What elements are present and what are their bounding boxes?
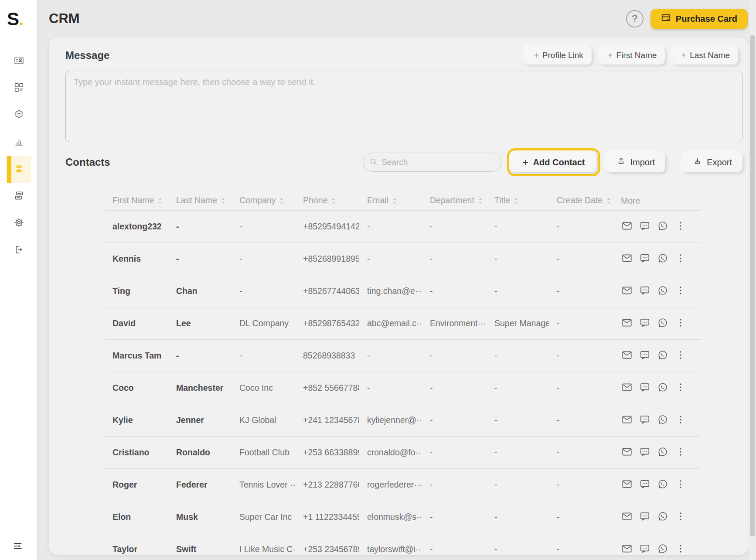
more-kebab-button[interactable] [674, 220, 687, 232]
add-contact-button[interactable]: + Add Contact [511, 152, 596, 172]
send-email-button[interactable] [621, 414, 633, 426]
more-kebab-button[interactable] [674, 349, 687, 362]
column-header-create-date[interactable]: Create Date [549, 192, 613, 210]
search-input[interactable] [381, 157, 495, 167]
whatsapp-icon [657, 452, 668, 459]
whatsapp-button[interactable] [657, 414, 669, 426]
vertical-scrollbar[interactable] [749, 0, 756, 560]
search-box[interactable] [363, 153, 501, 172]
help-button[interactable]: ? [626, 10, 644, 27]
column-header-department[interactable]: Department [422, 192, 487, 210]
more-kebab-icon [675, 259, 686, 265]
sort-icon [158, 196, 162, 206]
message-input[interactable] [65, 71, 742, 142]
import-button[interactable]: Import [606, 152, 666, 172]
whatsapp-button[interactable] [657, 285, 669, 297]
sidebar-item-settings[interactable] [6, 210, 31, 237]
sidebar-item-logout[interactable] [6, 237, 31, 264]
more-kebab-button[interactable] [674, 478, 687, 491]
sidebar: S. [0, 0, 37, 560]
more-kebab-button[interactable] [674, 382, 687, 394]
whatsapp-button[interactable] [657, 543, 669, 555]
whatsapp-button[interactable] [657, 382, 669, 394]
table-row: Coco Manchester Coco Inc +852 55667788 -… [105, 372, 701, 404]
whatsapp-button[interactable] [657, 220, 669, 232]
send-sms-button[interactable] [639, 220, 651, 232]
more-kebab-button[interactable] [674, 414, 687, 426]
column-header-email[interactable]: Email [359, 192, 422, 210]
insert-last-name-chip[interactable]: + Last Name [673, 47, 738, 65]
send-email-button[interactable] [621, 478, 633, 491]
send-email-button[interactable] [621, 543, 633, 555]
insert-first-name-chip[interactable]: + First Name [599, 47, 665, 65]
sidebar-item-cards[interactable] [6, 183, 31, 210]
purchase-card-button[interactable]: Purchase Card [650, 9, 748, 29]
send-sms-button[interactable] [639, 253, 651, 265]
cell-actions [613, 404, 701, 436]
send-sms-button[interactable] [639, 543, 651, 555]
more-kebab-button[interactable] [674, 253, 687, 265]
cell-create-date: - [549, 339, 613, 372]
whatsapp-button[interactable] [657, 511, 669, 523]
send-sms-button[interactable] [639, 511, 651, 523]
sidebar-item-dashboard[interactable] [6, 75, 31, 102]
cell-create-date: - [549, 307, 613, 339]
cell-company: - [232, 339, 295, 372]
column-header-last-name[interactable]: Last Name [168, 192, 232, 210]
cell-actions [613, 501, 701, 533]
column-header-company[interactable]: Company [232, 192, 295, 210]
whatsapp-button[interactable] [657, 253, 669, 265]
content-card: Message + Profile Link + First Name + La… [49, 38, 749, 555]
export-button[interactable]: Export [682, 152, 742, 172]
send-sms-button[interactable] [639, 317, 651, 329]
cell-create-date: - [549, 210, 613, 242]
column-header-phone[interactable]: Phone [295, 192, 359, 210]
sort-icon [331, 196, 336, 206]
more-kebab-icon [675, 517, 686, 523]
more-kebab-button[interactable] [674, 543, 687, 555]
cell-department: - [422, 339, 487, 372]
more-kebab-button[interactable] [674, 446, 687, 458]
send-sms-button[interactable] [639, 478, 651, 491]
email-icon [621, 323, 633, 330]
send-sms-button[interactable] [639, 446, 651, 458]
more-kebab-button[interactable] [674, 317, 687, 329]
cell-title: - [487, 372, 549, 404]
cell-title: Super Manager [487, 307, 549, 339]
send-email-button[interactable] [621, 253, 633, 265]
send-email-button[interactable] [621, 285, 633, 297]
sidebar-item-analytics[interactable] [6, 129, 31, 156]
sidebar-item-products[interactable] [6, 102, 31, 129]
send-sms-button[interactable] [639, 382, 651, 394]
whatsapp-button[interactable] [657, 317, 669, 329]
whatsapp-button[interactable] [657, 349, 669, 362]
send-email-button[interactable] [621, 220, 633, 232]
send-sms-button[interactable] [639, 285, 651, 297]
sidebar-item-contact-card[interactable] [6, 48, 31, 75]
table-row: alextong232 - - +85295494142 - - - - [105, 210, 701, 242]
sidebar-collapse-button[interactable] [10, 539, 25, 554]
column-header-first-name[interactable]: First Name [105, 192, 168, 210]
more-kebab-button[interactable] [674, 511, 687, 523]
scrollbar-thumb[interactable] [750, 35, 755, 536]
insert-profile-link-chip[interactable]: + Profile Link [525, 47, 592, 65]
send-email-button[interactable] [621, 511, 633, 523]
whatsapp-button[interactable] [657, 446, 669, 458]
more-kebab-button[interactable] [674, 285, 687, 297]
send-email-button[interactable] [621, 317, 633, 329]
cell-email: kyliejenner@··· [359, 404, 422, 436]
whatsapp-icon [657, 291, 668, 297]
send-email-button[interactable] [621, 349, 633, 362]
send-sms-button[interactable] [639, 414, 651, 426]
send-sms-button[interactable] [639, 349, 651, 362]
cell-last-name: - [168, 339, 232, 372]
cell-first-name: Cristiano [105, 436, 168, 468]
cell-last-name: Swift [168, 533, 232, 555]
whatsapp-button[interactable] [657, 478, 669, 491]
sidebar-item-contacts[interactable] [6, 156, 31, 183]
column-header-title[interactable]: Title [487, 192, 549, 210]
contacts-table-body: alextong232 - - +85295494142 - - - - [105, 210, 701, 555]
send-email-button[interactable] [621, 446, 633, 458]
table-header-row: First Name Last Name Company Phone Email… [105, 192, 701, 210]
send-email-button[interactable] [621, 382, 633, 394]
